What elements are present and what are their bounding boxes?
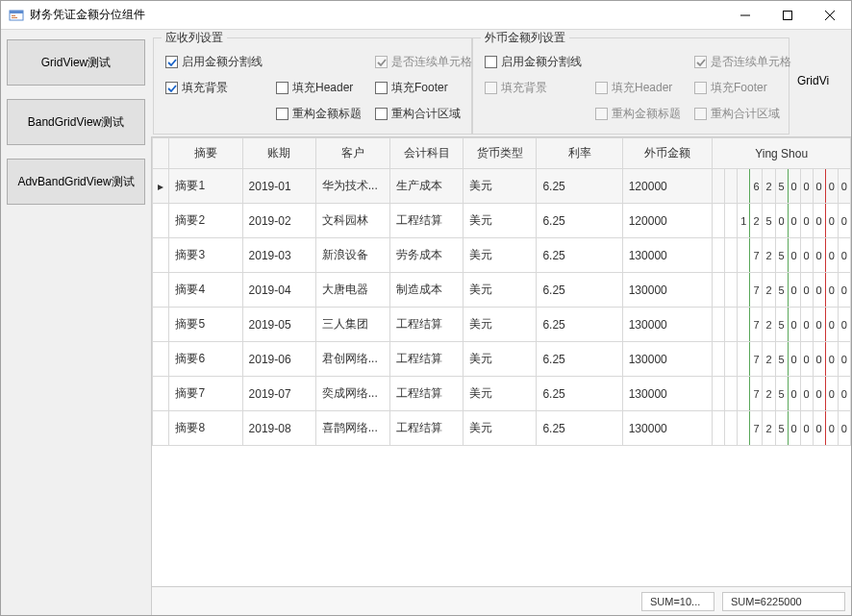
close-button[interactable] [809, 1, 851, 30]
digit-cell[interactable]: 2 [763, 377, 775, 411]
digit-cell[interactable]: 5 [775, 169, 788, 204]
digit-cell[interactable]: 1 [738, 204, 750, 238]
cell[interactable]: 劳务成本 [390, 238, 464, 273]
cell[interactable]: 美元 [464, 273, 537, 308]
digit-cell[interactable] [713, 204, 725, 238]
left-cb-6[interactable]: 重构合计区域 [375, 106, 472, 122]
digit-cell[interactable]: 5 [775, 411, 788, 446]
col-header[interactable]: 外币金额 [622, 138, 713, 169]
digit-cell[interactable]: 0 [788, 273, 800, 308]
digit-cell[interactable]: 5 [775, 377, 788, 411]
cell[interactable]: 2019-03 [242, 238, 315, 273]
cell[interactable]: 130000 [622, 411, 713, 446]
digit-cell[interactable] [738, 411, 750, 446]
cell[interactable]: 130000 [622, 377, 713, 411]
digit-cell[interactable]: 5 [775, 238, 788, 273]
left-cb-3[interactable]: 填充Header [276, 80, 362, 96]
cell[interactable]: 6.25 [537, 377, 622, 411]
table-row[interactable]: 摘要82019-08喜鹊网络...工程结算美元6.251300007250000… [153, 411, 851, 446]
col-header[interactable]: 客户 [315, 138, 389, 169]
digit-cell[interactable] [713, 342, 725, 377]
digit-cell[interactable]: 0 [838, 411, 850, 446]
cell[interactable]: 生产成本 [390, 169, 464, 204]
cell[interactable]: 2019-07 [242, 377, 315, 411]
digit-cell[interactable]: 7 [750, 308, 763, 342]
digit-cell[interactable] [713, 411, 725, 446]
left-cb-0[interactable]: 启用金额分割线 [165, 54, 263, 70]
cell[interactable]: 美元 [464, 377, 537, 411]
digit-cell[interactable]: 0 [813, 238, 825, 273]
cell[interactable]: 美元 [464, 204, 537, 238]
cell[interactable]: 摘要7 [169, 377, 242, 411]
digit-cell[interactable]: 0 [788, 342, 800, 377]
digit-cell[interactable]: 0 [825, 342, 838, 377]
digit-cell[interactable]: 7 [750, 377, 763, 411]
cell[interactable]: 摘要2 [169, 204, 242, 238]
cell[interactable]: 6.25 [537, 308, 622, 342]
digit-cell[interactable]: 5 [775, 273, 788, 308]
digit-cell[interactable] [725, 308, 738, 342]
digit-cell[interactable] [738, 238, 750, 273]
cell[interactable]: 奕成网络... [315, 377, 389, 411]
digit-cell[interactable]: 2 [763, 342, 775, 377]
left-cb-4[interactable]: 填充Footer [375, 80, 472, 96]
cell[interactable]: 君创网络... [315, 342, 389, 377]
cell[interactable]: 喜鹊网络... [315, 411, 389, 446]
cell[interactable]: 130000 [622, 273, 713, 308]
cell[interactable]: 新浪设备 [315, 238, 389, 273]
digit-cell[interactable]: 0 [788, 204, 800, 238]
left-cb-5[interactable]: 重构金额标题 [276, 106, 362, 122]
cell[interactable]: 美元 [464, 238, 537, 273]
cell[interactable]: 6.25 [537, 342, 622, 377]
digit-cell[interactable] [738, 377, 750, 411]
digit-cell[interactable]: 0 [813, 169, 825, 204]
digit-cell[interactable]: 0 [838, 377, 850, 411]
grid-scroll[interactable]: 摘要账期客户会计科目货币类型利率外币金额Ying Shou ▸摘要12019-0… [152, 137, 851, 586]
digit-cell[interactable]: 0 [825, 308, 838, 342]
cell[interactable]: 美元 [464, 342, 537, 377]
digit-cell[interactable]: 0 [813, 411, 825, 446]
maximize-button[interactable] [766, 1, 809, 30]
digit-cell[interactable]: 0 [775, 204, 788, 238]
digit-cell[interactable] [713, 273, 725, 308]
cell[interactable]: 摘要5 [169, 308, 242, 342]
cell[interactable]: 美元 [464, 308, 537, 342]
digit-cell[interactable]: 0 [800, 169, 813, 204]
sidebar-button-0[interactable]: GridView测试 [7, 39, 145, 86]
left-cb-2[interactable]: 填充背景 [165, 80, 263, 96]
cell[interactable]: 2019-01 [242, 169, 315, 204]
digit-cell[interactable] [713, 377, 725, 411]
cell[interactable]: 120000 [622, 204, 713, 238]
table-row[interactable]: 摘要72019-07奕成网络...工程结算美元6.251300007250000… [153, 377, 851, 411]
digit-cell[interactable]: 0 [800, 238, 813, 273]
digit-cell[interactable] [713, 238, 725, 273]
cell[interactable]: 130000 [622, 342, 713, 377]
digit-cell[interactable] [725, 204, 738, 238]
cell[interactable]: 2019-06 [242, 342, 315, 377]
digit-cell[interactable]: 2 [750, 204, 763, 238]
digit-cell[interactable]: 7 [750, 411, 763, 446]
digit-cell[interactable]: 0 [800, 342, 813, 377]
digit-cell[interactable] [725, 411, 738, 446]
digit-cell[interactable]: 0 [838, 169, 850, 204]
digit-cell[interactable]: 0 [788, 377, 800, 411]
digit-cell[interactable]: 0 [800, 204, 813, 238]
digit-cell[interactable]: 0 [838, 342, 850, 377]
cell[interactable]: 130000 [622, 308, 713, 342]
digit-cell[interactable]: 0 [825, 377, 838, 411]
cell[interactable]: 2019-08 [242, 411, 315, 446]
table-row[interactable]: 摘要42019-04大唐电器制造成本美元6.2513000072500000 [153, 273, 851, 308]
digit-cell[interactable]: 0 [788, 169, 800, 204]
cell[interactable]: 工程结算 [390, 411, 464, 446]
digit-cell[interactable] [738, 308, 750, 342]
digit-cell[interactable] [725, 342, 738, 377]
cell[interactable]: 摘要1 [169, 169, 242, 204]
digit-cell[interactable]: 0 [788, 238, 800, 273]
cell[interactable]: 120000 [622, 169, 713, 204]
cell[interactable]: 美元 [464, 169, 537, 204]
digit-cell[interactable]: 0 [800, 273, 813, 308]
digit-cell[interactable]: 0 [813, 308, 825, 342]
col-header[interactable]: 摘要 [169, 138, 242, 169]
cell[interactable]: 摘要8 [169, 411, 242, 446]
extra-button-cutoff[interactable]: GridVi [789, 30, 829, 135]
